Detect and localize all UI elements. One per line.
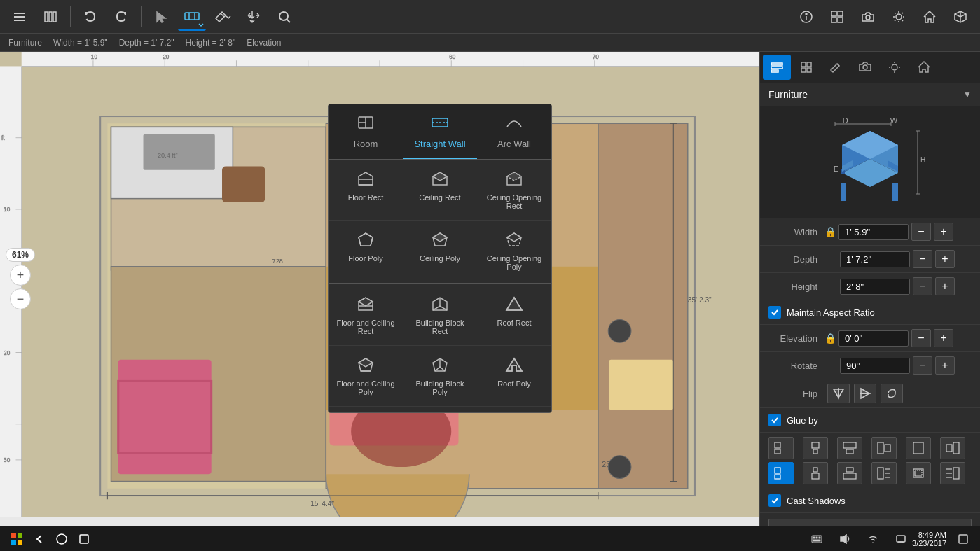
circle-button[interactable] — [50, 529, 73, 549]
tab-arc-wall[interactable]: Arc Wall — [477, 104, 551, 159]
menu-item-ceiling-opening-poly[interactable]: Ceiling Opening Poly — [477, 221, 551, 281]
depth-decrement-button[interactable]: − — [913, 250, 932, 268]
taskbar-keyboard-button[interactable] — [806, 529, 828, 549]
taskbar-system — [806, 529, 912, 549]
panel-lighting-button[interactable] — [881, 55, 909, 80]
panel-home-icon-button[interactable] — [910, 55, 938, 80]
tab-straight-wall[interactable]: Straight Wall — [403, 104, 477, 159]
menu-item-building-block-poly[interactable]: Building Block Poly — [403, 346, 477, 407]
glue-item-6[interactable] — [940, 437, 965, 459]
camera-button[interactable] — [854, 3, 882, 31]
elevation-decrement-button[interactable]: − — [911, 329, 931, 347]
flip-horizontal-button[interactable] — [827, 384, 850, 403]
library-button[interactable] — [36, 3, 64, 31]
rotate-reset-button[interactable] — [881, 384, 903, 403]
height-decrement-button[interactable]: − — [913, 277, 932, 295]
type-representation-button[interactable]: Type & Representation... — [768, 519, 972, 526]
height-input[interactable] — [840, 279, 910, 295]
taskbar-notification-button[interactable] — [952, 529, 974, 549]
panel-style-button[interactable] — [792, 55, 820, 80]
panel-camera-button[interactable] — [851, 55, 879, 80]
grid-button[interactable] — [823, 3, 851, 31]
glue-by-checkbox[interactable] — [768, 414, 781, 426]
glue-item-10[interactable] — [871, 462, 897, 484]
depth-increment-button[interactable]: + — [935, 250, 955, 268]
svg-rect-81 — [609, 360, 673, 410]
back-button[interactable] — [28, 529, 50, 549]
status-width: Width = 1' 5.9" — [53, 38, 108, 48]
glue-item-5[interactable] — [906, 437, 931, 459]
cast-shadows-checkbox[interactable] — [768, 494, 781, 507]
glue-item-12[interactable] — [940, 462, 965, 484]
glue-item-4[interactable] — [871, 437, 897, 459]
elevation-input[interactable] — [838, 330, 909, 347]
panel-properties-button[interactable] — [763, 55, 791, 80]
height-increment-button[interactable]: + — [935, 277, 955, 295]
panel-dropdown-arrow[interactable]: ▼ — [963, 90, 972, 99]
undo-button[interactable] — [76, 3, 104, 31]
svg-line-26 — [902, 20, 904, 21]
menu-item-ceiling-opening-rect[interactable]: Ceiling Opening Rect — [477, 160, 551, 221]
panel-edit-button[interactable] — [822, 55, 850, 80]
svg-rect-130 — [841, 183, 846, 201]
roof-rect-label: Roof Rect — [497, 319, 532, 327]
maintain-aspect-checkbox[interactable] — [768, 306, 781, 319]
pan-button[interactable] — [240, 3, 268, 31]
info-button[interactable] — [792, 3, 820, 31]
home-button[interactable] — [916, 3, 944, 31]
tools-button[interactable] — [209, 3, 237, 31]
floor-ceiling-rect-label: Floor and Ceiling Rect — [334, 319, 397, 335]
depth-input[interactable] — [840, 251, 910, 267]
svg-rect-168 — [11, 540, 16, 545]
glue-item-3[interactable] — [837, 437, 862, 459]
menu-item-floor-poly[interactable]: Floor Poly — [329, 221, 403, 281]
redo-button[interactable] — [107, 3, 135, 31]
taskbar-network-button[interactable] — [862, 529, 884, 549]
svg-rect-169 — [18, 540, 22, 545]
menu-button[interactable] — [6, 3, 34, 31]
glue-item-1[interactable] — [768, 437, 794, 459]
zoom-in-button[interactable]: + — [10, 265, 31, 286]
width-increment-button[interactable]: + — [934, 223, 953, 241]
menu-item-building-block-rect[interactable]: Building Block Rect — [403, 285, 477, 346]
rotate-input[interactable] — [840, 358, 910, 374]
3d-button[interactable] — [946, 3, 974, 31]
menu-item-floor-ceiling-poly[interactable]: Floor and Ceiling Poly — [329, 346, 403, 407]
flip-vertical-button[interactable] — [854, 384, 876, 403]
svg-text:ft: ft — [1, 135, 5, 141]
menu-item-roof-poly[interactable]: Roof Poly — [477, 346, 551, 407]
menu-item-floor-rect[interactable]: Floor Rect — [329, 160, 403, 221]
taskbar-msg-button[interactable] — [890, 529, 912, 549]
width-decrement-button[interactable]: − — [911, 223, 931, 241]
canvas-area[interactable]: 10 20 60 70 ft 10 20 30 — [0, 52, 759, 526]
glue-item-7[interactable] — [768, 462, 794, 484]
svg-rect-17 — [831, 18, 836, 22]
window-button[interactable] — [73, 529, 95, 549]
svg-rect-173 — [813, 537, 815, 538]
glue-item-11[interactable] — [906, 462, 931, 484]
sun-button[interactable] — [885, 3, 913, 31]
menu-item-ceiling-rect[interactable]: Ceiling Rect — [403, 160, 477, 221]
glue-item-8[interactable] — [803, 462, 828, 484]
rotate-increment-button[interactable]: + — [935, 356, 955, 375]
menu-item-floor-ceiling-rect[interactable]: Floor and Ceiling Rect — [329, 285, 403, 346]
glue-item-9[interactable] — [837, 462, 862, 484]
search-button[interactable] — [270, 3, 298, 31]
draw-button[interactable] — [178, 3, 206, 31]
menu-item-ceiling-poly[interactable]: Ceiling Poly — [403, 221, 477, 281]
tab-room[interactable]: Room — [329, 104, 403, 159]
taskbar-volume-button[interactable] — [834, 529, 856, 549]
menu-item-roof-rect[interactable]: Roof Rect — [477, 285, 551, 346]
rotate-decrement-button[interactable]: − — [913, 356, 932, 375]
start-button[interactable] — [6, 529, 28, 549]
floor-ceiling-rect-icon — [355, 295, 376, 314]
select-button[interactable] — [147, 3, 175, 31]
svg-rect-131 — [892, 183, 898, 201]
width-input[interactable] — [838, 224, 909, 240]
zoom-out-button[interactable]: − — [10, 288, 31, 309]
svg-point-19 — [866, 15, 870, 20]
elevation-increment-button[interactable]: + — [934, 329, 953, 347]
glue-item-2[interactable] — [803, 437, 828, 459]
svg-rect-166 — [11, 533, 16, 538]
depth-label: Depth — [768, 254, 817, 265]
